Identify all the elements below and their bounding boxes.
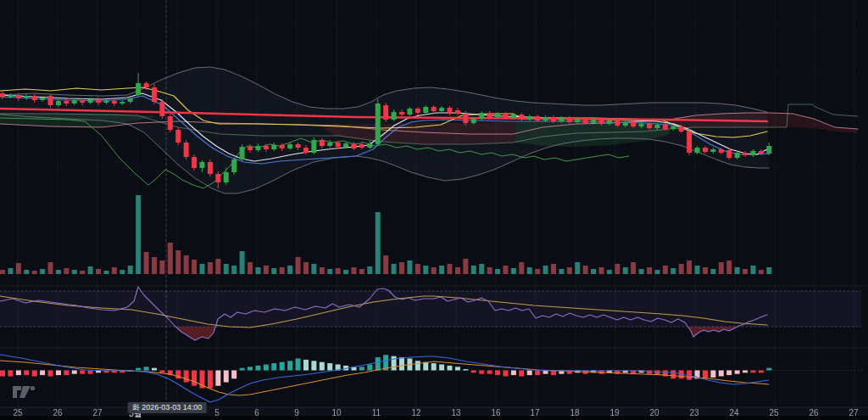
time-axis-label: 9 — [294, 408, 299, 417]
time-axis-label: 26 — [53, 408, 62, 417]
time-axis-label: 19 — [609, 408, 619, 417]
time-axis-label: 16 — [491, 408, 500, 417]
time-axis-label: 17 — [530, 408, 539, 417]
time-axis-label: 25 — [769, 408, 778, 417]
time-axis-label: 12 — [411, 408, 420, 417]
chart-canvas[interactable] — [0, 0, 868, 420]
time-axis-label: 18 — [570, 408, 579, 417]
tradingview-logo-icon — [12, 384, 37, 400]
time-crosshair-tooltip: 화 2026-03-03 14:00 — [128, 402, 207, 413]
time-axis-label: 25 — [13, 408, 22, 417]
time-axis-label: 27 — [92, 408, 102, 417]
time-axis-label: 13 — [451, 408, 460, 417]
tradingview-logo[interactable] — [12, 384, 37, 400]
time-axis-label: 6 — [254, 408, 259, 417]
time-axis-label: 27 — [849, 408, 858, 417]
time-axis-label: 11 — [372, 408, 381, 417]
time-axis-label: 20 — [649, 408, 659, 417]
time-axis-label: 5 — [214, 408, 220, 417]
time-axis-label: 10 — [331, 408, 341, 417]
time-axis-label: 23 — [689, 408, 698, 417]
trading-chart-window: 2526273월5691011121316171819202324252627 … — [0, 0, 868, 420]
time-axis-label: 24 — [729, 408, 738, 417]
time-axis-label: 26 — [809, 408, 818, 417]
